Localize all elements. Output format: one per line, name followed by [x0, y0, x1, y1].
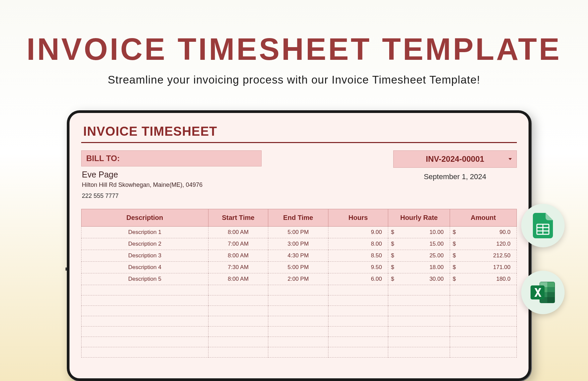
- cell-description[interactable]: Description 4: [82, 262, 208, 273]
- cell-rate[interactable]: $18.00: [388, 262, 450, 273]
- bill-to-label: BILL TO:: [81, 150, 262, 166]
- timesheet-table: Description Start Time End Time Hours Ho…: [81, 209, 517, 358]
- page-subtitle: Streamline your invoicing process with o…: [0, 74, 588, 86]
- col-description: Description: [82, 209, 208, 227]
- cell-hours[interactable]: 8.00: [328, 238, 388, 250]
- excel-badge[interactable]: [521, 271, 565, 314]
- table-row-empty: [82, 306, 517, 316]
- bill-to-address: Hilton Hill Rd Skowhegan, Maine(ME), 049…: [82, 181, 262, 188]
- cell-hours[interactable]: 8.50: [328, 250, 388, 262]
- svg-rect-10: [547, 292, 555, 297]
- tablet-screen: INVOICE TIMESHEET BILL TO: Eve Page Hilt…: [69, 113, 529, 378]
- cell-description[interactable]: Description 1: [82, 227, 208, 238]
- cell-end-time[interactable]: 3:00 PM: [268, 238, 328, 250]
- cell-description[interactable]: Description 5: [82, 273, 208, 285]
- tablet-button-icon: [65, 267, 67, 271]
- cell-description[interactable]: Description 3: [82, 250, 208, 262]
- invoice-meta-block: INV-2024-00001 September 1, 2024: [393, 150, 517, 181]
- header-section: BILL TO: Eve Page Hilton Hill Rd Skowheg…: [81, 150, 517, 200]
- cell-start-time[interactable]: 8:00 AM: [208, 250, 268, 262]
- cell-end-time[interactable]: 4:30 PM: [268, 250, 328, 262]
- table-row: Description 27:00 AM3:00 PM8.00$15.00$12…: [82, 238, 517, 250]
- excel-icon: [530, 281, 556, 304]
- cell-rate[interactable]: $30.00: [388, 273, 450, 285]
- tablet-frame: INVOICE TIMESHEET BILL TO: Eve Page Hilt…: [67, 110, 531, 381]
- col-start-time: Start Time: [208, 209, 268, 227]
- title-rule: [81, 142, 517, 143]
- invoice-number: INV-2024-00001: [426, 154, 484, 163]
- table-row: Description 38:00 AM4:30 PM8.50$25.00$21…: [82, 250, 517, 262]
- cell-start-time[interactable]: 8:00 AM: [208, 273, 268, 285]
- table-header-row: Description Start Time End Time Hours Ho…: [82, 209, 517, 227]
- cell-hours[interactable]: 6.00: [328, 273, 388, 285]
- table-row-empty: [82, 347, 517, 358]
- bill-to-phone: 222 555 7777: [82, 193, 262, 200]
- table-row: Description 58:00 AM2:00 PM6.00$30.00$18…: [82, 273, 517, 285]
- cell-description[interactable]: Description 2: [82, 238, 208, 250]
- svg-rect-6: [547, 282, 555, 287]
- cell-rate[interactable]: $10.00: [388, 227, 450, 238]
- svg-rect-8: [547, 287, 555, 292]
- cell-amount[interactable]: $120.0: [450, 238, 517, 250]
- cell-hours[interactable]: 9.50: [328, 262, 388, 273]
- cell-amount[interactable]: $212.50: [450, 250, 517, 262]
- cell-rate[interactable]: $15.00: [388, 238, 450, 250]
- table-row: Description 47:30 AM5:00 PM9.50$18.00$17…: [82, 262, 517, 273]
- table-row-empty: [82, 285, 517, 295]
- table-row-empty: [82, 316, 517, 327]
- col-hours: Hours: [328, 209, 388, 227]
- table-row-empty: [82, 337, 517, 347]
- document-title: INVOICE TIMESHEET: [83, 124, 517, 139]
- invoice-number-dropdown[interactable]: INV-2024-00001: [393, 150, 517, 168]
- col-amount: Amount: [450, 209, 517, 227]
- cell-end-time[interactable]: 5:00 PM: [268, 262, 328, 273]
- col-hourly-rate: Hourly Rate: [388, 209, 450, 227]
- svg-rect-12: [547, 297, 555, 303]
- cell-end-time[interactable]: 2:00 PM: [268, 273, 328, 285]
- cell-start-time[interactable]: 7:30 AM: [208, 262, 268, 273]
- cell-rate[interactable]: $25.00: [388, 250, 450, 262]
- col-end-time: End Time: [268, 209, 328, 227]
- cell-start-time[interactable]: 8:00 AM: [208, 227, 268, 238]
- google-sheets-badge[interactable]: [521, 204, 565, 247]
- table-row-empty: [82, 327, 517, 337]
- cell-amount[interactable]: $90.0: [450, 227, 517, 238]
- invoice-date: September 1, 2024: [393, 172, 517, 181]
- bill-to-block: BILL TO: Eve Page Hilton Hill Rd Skowheg…: [81, 150, 262, 200]
- page-title: INVOICE TIMESHEET TEMPLATE: [0, 32, 588, 67]
- cell-amount[interactable]: $171.00: [450, 262, 517, 273]
- table-row: Description 18:00 AM5:00 PM9.00$10.00$90…: [82, 227, 517, 238]
- chevron-down-icon: [508, 158, 512, 160]
- table-row-empty: [82, 295, 517, 306]
- cell-amount[interactable]: $180.0: [450, 273, 517, 285]
- cell-start-time[interactable]: 7:00 AM: [208, 238, 268, 250]
- cell-end-time[interactable]: 5:00 PM: [268, 227, 328, 238]
- cell-hours[interactable]: 9.00: [328, 227, 388, 238]
- google-sheets-icon: [533, 213, 553, 238]
- bill-to-name: Eve Page: [82, 170, 262, 179]
